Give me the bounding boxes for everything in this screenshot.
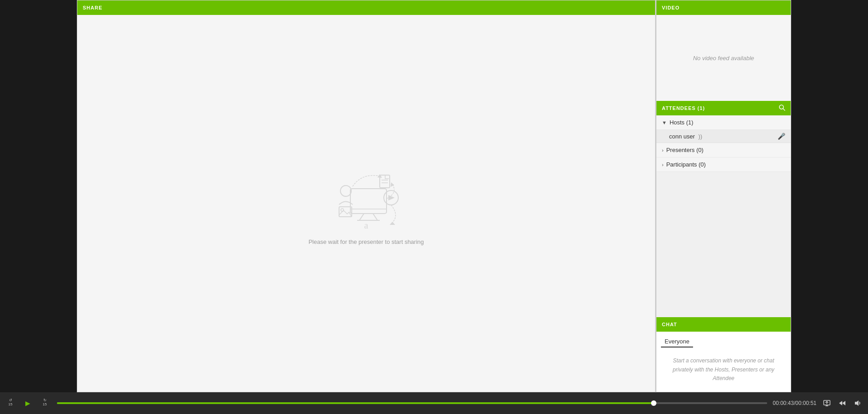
no-video-text: No video feed available — [693, 55, 754, 62]
forward15-button[interactable]: ↻ 15 — [38, 396, 52, 410]
svg-text:a: a — [364, 220, 368, 230]
attendees-title: ATTENDEES (1) — [662, 105, 705, 111]
right-panel: VIDEO No video feed available ATTENDEES … — [656, 0, 791, 392]
share-title: SHARE — [83, 5, 103, 10]
participants-section-row[interactable]: › Participants (0) — [656, 157, 791, 172]
participants-arrow-icon: › — [662, 162, 664, 167]
play-icon: ▶ — [25, 400, 30, 407]
progress-thumb[interactable] — [651, 400, 656, 406]
presenters-section-row[interactable]: › Presenters (0) — [656, 143, 791, 157]
svg-line-1 — [359, 214, 364, 220]
share-header: SHARE — [77, 0, 655, 15]
attendees-content: ▼ Hosts (1) conn user )) 🎤 › Presenters … — [656, 115, 791, 172]
svg-marker-15 — [391, 182, 394, 187]
back15-button[interactable]: ↺ 15 — [4, 396, 17, 410]
time-display: 00:00:43/00:00:51 — [773, 400, 816, 406]
svg-marker-16 — [390, 222, 395, 225]
svg-rect-0 — [350, 189, 387, 214]
share-content: a Please wait for the presenter to start… — [77, 15, 655, 392]
chat-content: Everyone Start a conversation with every… — [656, 332, 791, 392]
chat-panel: CHAT Everyone Start a conversation with … — [656, 317, 791, 392]
svg-marker-10 — [388, 195, 395, 200]
rewind-icon — [839, 400, 846, 407]
mic-icon[interactable]: 🎤 — [778, 133, 785, 140]
search-icon[interactable] — [779, 105, 785, 112]
hosts-arrow-icon: ▼ — [662, 120, 667, 125]
svg-point-5 — [340, 186, 351, 196]
speaking-icon: )) — [698, 133, 703, 140]
chat-header: CHAT — [656, 317, 791, 332]
hosts-label: Hosts (1) — [670, 119, 693, 126]
share-screen-button[interactable] — [820, 396, 834, 410]
presenters-label: Presenters (0) — [666, 147, 703, 153]
play-button[interactable]: ▶ — [21, 396, 34, 410]
progress-fill — [57, 402, 654, 404]
progress-bar[interactable] — [57, 402, 767, 404]
video-content: No video feed available — [656, 15, 791, 101]
svg-marker-25 — [855, 400, 859, 406]
share-wait-message: Please wait for the presenter to start s… — [308, 238, 424, 245]
share-illustration: a — [321, 162, 411, 234]
svg-line-2 — [373, 214, 377, 220]
chat-tab-everyone[interactable]: Everyone — [661, 336, 693, 347]
video-panel: VIDEO No video feed available — [656, 0, 791, 101]
progress-container — [55, 402, 769, 404]
svg-marker-24 — [842, 401, 845, 405]
rewind-button[interactable] — [835, 396, 849, 410]
attendee-item-conn-user: conn user )) 🎤 — [656, 130, 791, 143]
video-title: VIDEO — [662, 5, 679, 10]
presenters-arrow-icon: › — [662, 148, 664, 153]
bottom-toolbar: ↺ 15 ▶ ↻ 15 00:00:43/00:00:51 — [0, 392, 868, 414]
chat-title: CHAT — [662, 322, 677, 327]
share-panel: SHARE — [77, 0, 656, 392]
volume-button[interactable] — [851, 396, 864, 410]
hosts-section-row[interactable]: ▼ Hosts (1) — [656, 115, 791, 130]
toolbar-right — [820, 396, 864, 410]
volume-icon — [854, 400, 861, 407]
participants-label: Participants (0) — [666, 161, 706, 168]
svg-line-18 — [783, 109, 785, 110]
svg-marker-23 — [839, 401, 842, 405]
attendees-panel: ATTENDEES (1) ▼ Hosts (1) conn u — [656, 101, 791, 317]
share-icon — [823, 400, 830, 407]
chat-hint-text: Start a conversation with everyone or ch… — [661, 352, 786, 387]
video-header: VIDEO — [656, 0, 791, 15]
attendees-header: ATTENDEES (1) — [656, 101, 791, 115]
attendee-name: conn user )) — [669, 133, 702, 140]
